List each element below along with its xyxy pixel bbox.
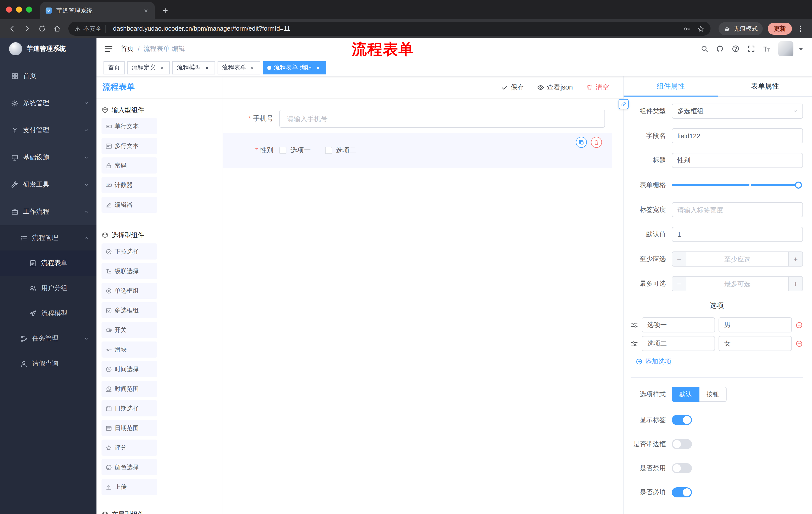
tag-close-icon[interactable]: ×: [315, 64, 322, 71]
text-size-icon[interactable]: [763, 45, 771, 53]
component-item[interactable]: 多选框组: [102, 302, 157, 318]
breadcrumb-home[interactable]: 首页: [121, 44, 134, 53]
required-switch[interactable]: [672, 487, 692, 497]
sidebar-item[interactable]: 流程管理: [0, 225, 96, 250]
sidebar-item[interactable]: 流程表单: [0, 250, 96, 276]
browser-home-button[interactable]: [50, 22, 64, 36]
show-label-switch[interactable]: [672, 415, 692, 425]
component-item[interactable]: 颜色选择: [102, 459, 157, 475]
zoom-window-button[interactable]: [26, 6, 32, 12]
component-type-select[interactable]: 多选框组: [672, 104, 803, 119]
view-json-button[interactable]: 查看json: [537, 83, 573, 92]
component-item[interactable]: 单行文本: [102, 118, 157, 134]
sidebar-item[interactable]: 基础设施: [0, 144, 96, 171]
caret-down-icon[interactable]: [797, 45, 805, 53]
tag[interactable]: 首页: [104, 61, 125, 74]
hamburger-icon[interactable]: [104, 44, 114, 54]
component-item[interactable]: 密码: [102, 157, 157, 173]
tag[interactable]: 流程定义 ×: [127, 61, 170, 74]
component-item[interactable]: 滑块: [102, 342, 157, 358]
border-switch[interactable]: [672, 439, 692, 449]
increase-button[interactable]: +: [788, 252, 803, 266]
add-option-button[interactable]: 添加选项: [636, 357, 803, 366]
checkbox[interactable]: [325, 147, 332, 154]
delete-widget-button[interactable]: [591, 137, 602, 148]
tag[interactable]: 流程表单-编辑 ×: [263, 61, 326, 74]
component-item[interactable]: 上传: [102, 479, 157, 495]
component-item[interactable]: 多行文本: [102, 138, 157, 154]
component-item[interactable]: 编辑器: [102, 197, 157, 213]
decrease-button[interactable]: −: [672, 277, 686, 291]
new-tab-button[interactable]: [159, 4, 172, 17]
tag-close-icon[interactable]: ×: [203, 64, 210, 71]
checkbox-option-1[interactable]: 选项一: [279, 146, 311, 155]
tag[interactable]: 流程模型 ×: [172, 61, 215, 74]
component-item[interactable]: 时间范围: [102, 381, 157, 397]
sidebar-item[interactable]: 流程模型: [0, 301, 96, 326]
disabled-switch[interactable]: [672, 463, 692, 473]
component-item[interactable]: 123 计数器: [102, 177, 157, 193]
browser-menu-button[interactable]: [794, 22, 807, 35]
link-button[interactable]: [618, 99, 629, 109]
label-width-input[interactable]: [672, 202, 803, 217]
option-value-input[interactable]: [719, 317, 792, 332]
form-grid-slider[interactable]: [672, 178, 801, 193]
back-button[interactable]: [5, 22, 19, 36]
close-window-button[interactable]: [6, 6, 12, 12]
sidebar-item[interactable]: 请假查询: [0, 351, 96, 376]
app-logo[interactable]: 芋道管理系统: [0, 38, 96, 59]
update-button[interactable]: 更新: [768, 23, 792, 35]
slider-handle[interactable]: [795, 182, 802, 189]
default-value-input[interactable]: [672, 227, 803, 242]
decrease-button[interactable]: −: [672, 252, 686, 266]
sidebar-item[interactable]: 用户分组: [0, 276, 96, 301]
max-checked-input[interactable]: [686, 277, 788, 291]
option-drag-icon[interactable]: [631, 340, 638, 347]
sidebar-item[interactable]: 任务管理: [0, 326, 96, 351]
sidebar-item[interactable]: 系统管理: [0, 89, 96, 117]
sidebar-item[interactable]: 首页: [0, 62, 96, 89]
phone-input[interactable]: [279, 110, 605, 128]
checkbox[interactable]: [279, 147, 286, 154]
url-text[interactable]: dashboard.yudao.iocoder.cn/bpm/manager/f…: [109, 25, 677, 32]
phone-field-row[interactable]: 手机号: [223, 110, 612, 128]
sidebar-item[interactable]: 支付管理: [0, 117, 96, 144]
tab-component-props[interactable]: 组件属性: [624, 77, 718, 96]
min-checked-input[interactable]: [686, 252, 788, 266]
bookmark-star-icon[interactable]: [697, 25, 704, 32]
checkbox-option-2[interactable]: 选项二: [325, 146, 356, 155]
tab-close-button[interactable]: [142, 6, 150, 15]
style-button-button[interactable]: 按钮: [699, 387, 727, 402]
tag-close-icon[interactable]: ×: [249, 64, 256, 71]
tag-close-icon[interactable]: ×: [158, 64, 165, 71]
address-bar[interactable]: 不安全 dashboard.yudao.iocoder.cn/bpm/manag…: [68, 22, 710, 36]
sidebar-item[interactable]: 研发工具: [0, 171, 96, 198]
copy-widget-button[interactable]: [576, 137, 587, 148]
fullscreen-icon[interactable]: [747, 45, 755, 53]
tag[interactable]: 流程表单 ×: [218, 61, 260, 74]
component-item[interactable]: 评分: [102, 439, 157, 456]
option-label-input[interactable]: [642, 336, 715, 351]
option-value-input[interactable]: [719, 336, 792, 351]
gender-field-row[interactable]: 性别 选项一 选项二: [223, 133, 612, 168]
minimize-window-button[interactable]: [16, 6, 22, 12]
reload-button[interactable]: [35, 22, 49, 36]
github-icon[interactable]: [716, 45, 724, 53]
help-icon[interactable]: [732, 45, 740, 53]
component-item[interactable]: 日期选择: [102, 400, 157, 416]
forward-button[interactable]: [20, 22, 34, 36]
component-item[interactable]: 级联选择: [102, 263, 157, 279]
sidebar-item[interactable]: 工作流程: [0, 198, 96, 225]
clear-button[interactable]: 清空: [586, 83, 609, 92]
increase-button[interactable]: +: [788, 277, 803, 291]
save-button[interactable]: 保存: [501, 83, 524, 92]
tab-form-props[interactable]: 表单属性: [718, 77, 812, 96]
component-item[interactable]: 下拉选择: [102, 243, 157, 260]
browser-tab[interactable]: 芋道管理系统: [40, 2, 155, 19]
title-input[interactable]: [672, 153, 803, 168]
remove-option-icon[interactable]: [795, 340, 803, 347]
security-indicator[interactable]: 不安全: [75, 24, 106, 33]
field-name-input[interactable]: [672, 128, 803, 143]
option-label-input[interactable]: [642, 317, 715, 332]
remove-option-icon[interactable]: [795, 321, 803, 329]
